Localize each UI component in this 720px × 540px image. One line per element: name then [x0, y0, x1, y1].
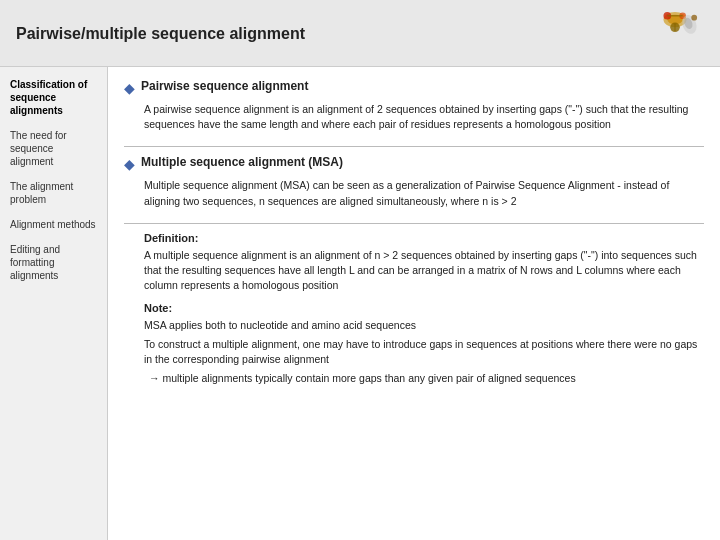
pairwise-section: ◆ Pairwise sequence alignment A pairwise…: [124, 79, 704, 132]
note-title: Note:: [144, 302, 704, 314]
arrow-item: → multiple alignments typically contain …: [144, 371, 704, 394]
header: Pairwise/multiple sequence alignment: [0, 0, 720, 67]
sidebar-item-editing[interactable]: Editing and formatting alignments: [6, 240, 101, 285]
sidebar-item-methods[interactable]: Alignment methods: [6, 215, 101, 234]
msa-header: ◆ Multiple sequence alignment (MSA): [124, 155, 704, 172]
page-title: Pairwise/multiple sequence alignment: [16, 25, 305, 43]
main-layout: Classification of sequence alignments Th…: [0, 67, 720, 540]
arrow-text: → multiple alignments typically contain …: [149, 371, 576, 386]
definition-title: Definition:: [144, 232, 704, 244]
pairwise-body: A pairwise sequence alignment is an alig…: [144, 102, 704, 132]
sidebar-item-problem[interactable]: The alignment problem: [6, 177, 101, 209]
note-line2: To construct a multiple alignment, one m…: [144, 337, 704, 367]
diamond-icon-1: ◆: [124, 80, 135, 96]
msa-section: ◆ Multiple sequence alignment (MSA) Mult…: [124, 155, 704, 208]
note-line1: MSA applies both to nucleotide and amino…: [144, 318, 704, 333]
logo-icon: [646, 10, 704, 58]
definition-block: Definition: A multiple sequence alignmen…: [144, 232, 704, 395]
msa-body: Multiple sequence alignment (MSA) can be…: [144, 178, 704, 208]
definition-body: A multiple sequence alignment is an alig…: [144, 248, 704, 294]
msa-title: Multiple sequence alignment (MSA): [141, 155, 343, 169]
content-area: ◆ Pairwise sequence alignment A pairwise…: [108, 67, 720, 540]
divider-1: [124, 146, 704, 147]
divider-2: [124, 223, 704, 224]
sidebar-item-classification[interactable]: Classification of sequence alignments: [6, 75, 101, 120]
pairwise-title: Pairwise sequence alignment: [141, 79, 308, 93]
sidebar-item-need[interactable]: The need for sequence alignment: [6, 126, 101, 171]
svg-point-7: [691, 15, 697, 21]
diamond-icon-2: ◆: [124, 156, 135, 172]
pairwise-header: ◆ Pairwise sequence alignment: [124, 79, 704, 96]
sidebar: Classification of sequence alignments Th…: [0, 67, 108, 540]
